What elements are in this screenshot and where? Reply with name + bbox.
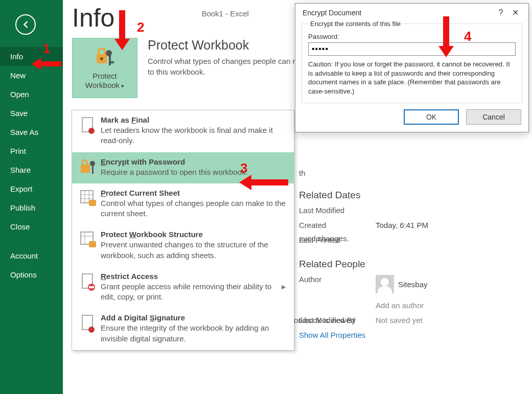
protect-workbook-menu: Mark as Final Let readers know the workb… xyxy=(72,110,294,351)
add-author-link[interactable]: Add an author xyxy=(376,301,424,310)
annotation-arrow-3 xyxy=(239,174,288,191)
menu-item-desc: Control what types of changes people can… xyxy=(101,198,288,219)
svg-rect-7 xyxy=(81,165,90,173)
document-title: Book1 - Excel xyxy=(201,9,249,18)
menu-item-desc: Grant people access while removing their… xyxy=(101,282,282,303)
dialog-legend: Encrypt the contents of this file xyxy=(308,20,403,28)
submenu-arrow-icon: ▶ xyxy=(282,272,288,303)
caution-text: Caution: If you lose or forget the passw… xyxy=(308,60,516,96)
menu-item-title: Mark as Final xyxy=(101,115,288,124)
sidebar-item-share[interactable]: Share xyxy=(0,160,63,179)
svg-point-6 xyxy=(88,128,95,134)
encrypt-document-dialog: Encrypt Document ? ✕ Encrypt the content… xyxy=(295,3,529,132)
workbook-lock-icon xyxy=(78,230,99,261)
svg-point-1 xyxy=(100,57,103,60)
last-modified-by-value: Not saved yet xyxy=(376,316,423,325)
protect-label-line1: Protect xyxy=(92,72,117,80)
arrow-left-icon xyxy=(20,19,31,30)
created-value: Today, 6:41 PM xyxy=(376,221,428,229)
last-modified-label: Last Modified xyxy=(299,206,376,215)
menu-mark-as-final[interactable]: Mark as Final Let readers know the workb… xyxy=(72,110,294,152)
cancel-button[interactable]: Cancel xyxy=(466,109,521,125)
sheet-lock-icon xyxy=(78,189,99,219)
help-button[interactable]: ? xyxy=(494,8,508,17)
document-signature-icon xyxy=(78,313,99,344)
protect-label-line2: Workbook xyxy=(85,81,120,89)
close-button[interactable]: ✕ xyxy=(508,8,522,17)
lock-key-icon xyxy=(94,46,116,68)
sidebar-item-account[interactable]: Account xyxy=(0,246,63,265)
svg-rect-15 xyxy=(89,200,96,206)
password-input[interactable] xyxy=(308,42,516,56)
menu-item-title: Protect Workbook Structure xyxy=(101,230,288,239)
svg-rect-19 xyxy=(89,241,96,247)
svg-marker-25 xyxy=(32,58,61,70)
sidebar-item-saveas[interactable]: Save As xyxy=(0,123,63,142)
svg-marker-27 xyxy=(239,175,288,190)
annotation-arrow-4 xyxy=(437,16,455,57)
sidebar-item-open[interactable]: Open xyxy=(0,85,63,104)
svg-marker-28 xyxy=(438,16,454,57)
text-fragment: aved changes. xyxy=(299,234,349,243)
sidebar-item-export[interactable]: Export xyxy=(0,179,63,198)
svg-rect-3 xyxy=(109,55,111,65)
sidebar-item-publish[interactable]: Publish xyxy=(0,198,63,217)
show-all-properties-link[interactable]: Show All Properties xyxy=(299,331,514,339)
svg-rect-22 xyxy=(89,286,94,288)
menu-item-title: Restrict Access xyxy=(101,272,282,281)
created-label: Created xyxy=(299,221,376,229)
sidebar-item-save[interactable]: Save xyxy=(0,104,63,123)
back-button[interactable] xyxy=(15,14,36,35)
protect-description: Control what types of changes people can… xyxy=(148,56,316,77)
menu-item-desc: Ensure the integrity of the workbook by … xyxy=(101,323,288,344)
properties-panel: th Related Dates Last Modified Created T… xyxy=(299,169,514,339)
menu-item-desc: Let readers know the workbook is final a… xyxy=(101,125,288,146)
svg-rect-4 xyxy=(111,61,114,63)
author-chip[interactable]: Sitesbay xyxy=(376,275,428,293)
chevron-down-icon: ▾ xyxy=(120,83,124,89)
menu-item-desc: Prevent unwanted changes to the structur… xyxy=(101,240,288,261)
menu-protect-workbook-structure[interactable]: Protect Workbook Structure Prevent unwan… xyxy=(72,225,294,267)
text-fragment: th xyxy=(299,169,514,177)
menu-add-digital-signature[interactable]: Add a Digital Signature Ensure the integ… xyxy=(72,308,294,350)
menu-restrict-access[interactable]: Restrict Access Grant people access whil… xyxy=(72,267,294,309)
annotation-number-2: 2 xyxy=(137,19,144,35)
avatar-icon xyxy=(376,275,394,293)
sidebar-item-options[interactable]: Options xyxy=(0,265,63,284)
related-people-heading: Related People xyxy=(299,259,514,270)
author-label: Author xyxy=(299,275,376,295)
ok-button[interactable]: OK xyxy=(404,109,459,125)
annotation-number-4: 4 xyxy=(464,29,471,44)
password-label: Password: xyxy=(308,33,516,40)
svg-point-8 xyxy=(90,161,95,166)
related-dates-heading: Related Dates xyxy=(299,190,514,201)
author-name: Sitesbay xyxy=(398,280,428,289)
menu-item-title: Add a Digital Signature xyxy=(101,313,288,322)
svg-rect-9 xyxy=(92,166,94,174)
annotation-arrow-2 xyxy=(113,10,131,50)
document-badge-icon xyxy=(78,115,99,146)
dialog-title-text: Encrypt Document xyxy=(303,9,361,17)
document-restrict-icon xyxy=(78,272,99,303)
annotation-number-1: 1 xyxy=(43,41,50,57)
svg-marker-26 xyxy=(114,10,130,50)
svg-point-24 xyxy=(88,327,95,333)
sidebar-item-print[interactable]: Print xyxy=(0,142,63,160)
sidebar-item-close[interactable]: Close xyxy=(0,217,63,236)
protect-heading: Protect Workbook xyxy=(148,38,316,53)
text-fragment: orkbook is viewed xyxy=(294,316,355,325)
annotation-arrow-1 xyxy=(32,56,62,72)
lock-key-icon xyxy=(78,157,99,177)
page-title: Info xyxy=(72,3,114,33)
menu-item-title: Encrypt with Password xyxy=(101,157,288,166)
